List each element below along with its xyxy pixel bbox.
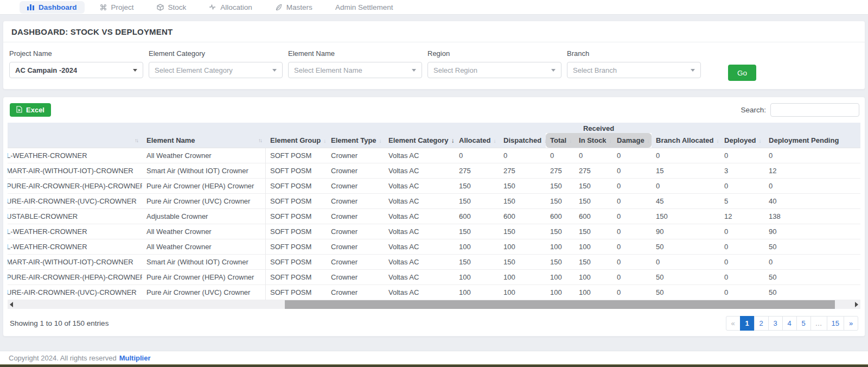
nav-item-masters[interactable]: Masters (267, 1, 320, 14)
element-name-select[interactable]: Select Element Name (288, 62, 422, 78)
col-element-code[interactable] (8, 133, 142, 148)
col-element-group[interactable]: Element Group (266, 133, 327, 148)
cell-branch-allocated: 50 (652, 239, 720, 255)
col-deployment-pending[interactable]: Deployment Pending (764, 133, 860, 148)
cell-element-name: All Weather Crowner (142, 239, 266, 255)
go-button[interactable]: Go (728, 65, 756, 81)
cell-received-total: 100 (546, 270, 575, 285)
nav-item-dashboard[interactable]: Dashboard (20, 1, 85, 14)
cell-received-in-stock: 0 (575, 148, 612, 163)
cell-received-damage: 0 (612, 148, 652, 163)
cell-branch-allocated: 50 (652, 270, 720, 285)
table-card: Excel Search: Received Element N (3, 97, 865, 337)
col-element-name[interactable]: Element Name (142, 133, 266, 148)
cell-deployed: 0 (720, 224, 764, 239)
table-row[interactable]: PURE-AIR-CROWNER-(HEPA)-CROWNERPure Air … (8, 179, 860, 194)
cell-allocated: 100 (455, 285, 499, 300)
cell-deployed: 12 (720, 209, 764, 224)
page-2-button[interactable]: 2 (754, 316, 769, 331)
col-deployed[interactable]: Deployed (720, 133, 764, 148)
table-row[interactable]: MART-AIR-(WITHOUT-IOT)-CROWNERSmart Air … (8, 255, 860, 270)
cell-allocated: 600 (455, 209, 499, 224)
cell-dispatched: 0 (499, 148, 546, 163)
table-row[interactable]: MART-AIR-(WITHOUT-IOT)-CROWNERSmart Air … (8, 163, 860, 179)
cell-received-in-stock: 600 (575, 209, 612, 224)
nav-item-allocation[interactable]: Allocation (201, 1, 260, 14)
scroll-left-arrow-icon[interactable] (8, 300, 15, 309)
page-3-button[interactable]: 3 (768, 316, 783, 331)
scrollbar-thumb[interactable] (285, 300, 835, 309)
cell-element-code: L-WEATHER-CROWNER (8, 239, 142, 255)
table-row[interactable]: URE-AIR-CROWNER-(UVC)-CROWNERPure Air Cr… (8, 285, 860, 300)
cell-received-in-stock: 150 (575, 224, 612, 239)
project-name-select[interactable]: AC Campain -2024 (9, 62, 143, 78)
branch-select[interactable]: Select Branch (567, 62, 701, 78)
cell-element-code: PURE-AIR-CROWNER-(HEPA)-CROWNER (8, 179, 142, 194)
table-row[interactable]: L-WEATHER-CROWNERAll Weather CrownerSOFT… (8, 224, 860, 239)
bar-chart-icon (27, 4, 34, 10)
nav-item-admin-settlement[interactable]: Admin Settlement (328, 1, 401, 14)
cell-element-name: Pure Air Crowner (HEPA) Crowner (142, 179, 266, 194)
cell-branch-allocated: 150 (652, 209, 720, 224)
col-received-in-stock[interactable]: In Stock (575, 133, 612, 148)
entries-info: Showing 1 to 10 of 150 entries (10, 319, 108, 327)
cell-element-group: SOFT POSM (266, 194, 327, 209)
cell-received-in-stock: 100 (575, 285, 612, 300)
scroll-right-arrow-icon[interactable] (853, 300, 860, 309)
excel-export-button[interactable]: Excel (10, 103, 51, 117)
col-dispatched[interactable]: Dispatched (499, 133, 546, 148)
sort-icon (759, 138, 761, 144)
page-title: DASHBOARD: STOCK VS DEPLOYMENT (3, 21, 865, 42)
cell-element-type: Crowner (327, 148, 384, 163)
col-element-type[interactable]: Element Type (327, 133, 384, 148)
col-received-damage[interactable]: Damage (612, 133, 652, 148)
table-row[interactable]: PURE-AIR-CROWNER-(HEPA)-CROWNERPure Air … (8, 270, 860, 285)
col-allocated[interactable]: Allocated (455, 133, 499, 148)
page-5-button[interactable]: 5 (796, 316, 811, 331)
nav-label: Allocation (220, 3, 252, 11)
sort-desc-icon (451, 138, 454, 144)
page-prev-button[interactable]: « (726, 316, 741, 331)
filter-element-category: Element Category Select Element Category (149, 49, 283, 81)
region-select[interactable]: Select Region (427, 62, 561, 78)
chevron-down-icon (412, 69, 416, 72)
col-branch-allocated[interactable]: Branch Allocated (652, 133, 720, 148)
cell-received-in-stock: 150 (575, 255, 612, 270)
nav-label: Admin Settlement (335, 3, 393, 11)
cell-branch-allocated: 0 (652, 255, 720, 270)
cell-received-total: 0 (546, 148, 575, 163)
cell-element-type: Crowner (327, 255, 384, 270)
cell-deployment-pending: 0 (764, 179, 860, 194)
sort-icon (379, 138, 381, 144)
page-15-button[interactable]: 15 (827, 316, 844, 331)
col-received-total[interactable]: Total (546, 133, 575, 148)
table-row[interactable]: L-WEATHER-CROWNERAll Weather CrownerSOFT… (8, 239, 860, 255)
cell-element-name: Pure Air Crowner (HEPA) Crowner (142, 270, 266, 285)
search-input[interactable] (770, 103, 859, 117)
filter-label: Element Category (149, 49, 283, 58)
cell-element-category: Voltas AC (384, 194, 455, 209)
cell-element-category: Voltas AC (384, 163, 455, 179)
cell-element-code: URE-AIR-CROWNER-(UVC)-CROWNER (8, 194, 142, 209)
table-row[interactable]: L-WEATHER-CROWNERAll Weather CrownerSOFT… (8, 148, 860, 163)
cell-element-category: Voltas AC (384, 209, 455, 224)
cell-element-type: Crowner (327, 239, 384, 255)
cell-dispatched: 600 (499, 209, 546, 224)
nav-item-project[interactable]: Project (92, 1, 142, 14)
table-row[interactable]: URE-AIR-CROWNER-(UVC)-CROWNERPure Air Cr… (8, 194, 860, 209)
page-1-button[interactable]: 1 (740, 316, 755, 331)
nav-item-stock[interactable]: Stock (149, 1, 194, 14)
table-row[interactable]: USTABLE-CROWNERAdjustable CrownerSOFT PO… (8, 209, 860, 224)
horizontal-scrollbar[interactable] (8, 300, 860, 309)
cell-element-type: Crowner (327, 194, 384, 209)
page-ellipsis: … (810, 316, 827, 331)
nav-label: Stock (168, 3, 187, 11)
multiplier-link[interactable]: Multiplier (119, 354, 151, 362)
cell-element-group: SOFT POSM (266, 255, 327, 270)
page-next-button[interactable]: » (844, 316, 858, 331)
element-category-select[interactable]: Select Element Category (149, 62, 283, 78)
col-element-category[interactable]: Element Category (384, 133, 455, 148)
page-4-button[interactable]: 4 (782, 316, 797, 331)
cell-received-total: 150 (546, 255, 575, 270)
cell-received-damage: 0 (612, 179, 652, 194)
